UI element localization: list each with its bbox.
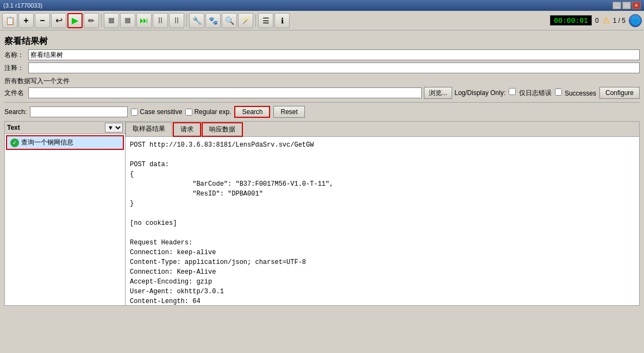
split-area: Text ▼ ✓ 查询一个钢网信息 取样器结果 请求 响应数据 POST htt… xyxy=(4,121,640,306)
successes-label: Successes xyxy=(555,89,596,97)
magic-button[interactable]: 🪄 xyxy=(238,13,253,28)
list-button[interactable]: ☰ xyxy=(258,13,273,28)
regular-exp-option: Regular exp. xyxy=(185,108,231,116)
successes-checkbox[interactable] xyxy=(555,89,562,96)
search-button[interactable]: Search xyxy=(234,106,270,118)
new-button[interactable]: 📋 xyxy=(2,13,17,28)
left-pane: Text ▼ ✓ 查询一个钢网信息 xyxy=(5,122,126,305)
content-area[interactable]: POST http://10.3.6.83:8181/LensPdaSrv.sv… xyxy=(126,137,639,305)
search-row: Search: Case sensitive Regular exp. Sear… xyxy=(4,102,640,118)
warning-icon: ⚠ xyxy=(602,15,610,26)
tree-item-text: 查询一个钢网信息 xyxy=(21,138,73,147)
comment-label: 注释： xyxy=(4,64,26,73)
comment-input[interactable] xyxy=(28,62,640,73)
globe-button[interactable]: 🌐 xyxy=(629,14,642,27)
separator-3 xyxy=(255,14,256,27)
title-controls: _ □ ✕ xyxy=(612,2,641,9)
panel-title: 察看结果树 xyxy=(4,33,640,49)
search-tool-button[interactable]: 🔍 xyxy=(222,13,237,28)
progress-display: 1 / 5 xyxy=(613,17,626,24)
case-sensitive-checkbox[interactable] xyxy=(131,109,138,116)
configure-button[interactable]: Configure xyxy=(599,87,640,99)
separator-2 xyxy=(186,14,187,27)
separator-1 xyxy=(101,14,102,27)
only-errors-checkbox[interactable] xyxy=(509,88,516,95)
log-options: Log/Display Only: 仅日志错误 Successes Config… xyxy=(454,87,640,99)
warning-count: 0 xyxy=(595,17,599,24)
file-label: 文件名 xyxy=(4,89,26,98)
nav-back-button[interactable]: ↩ xyxy=(51,13,66,28)
case-sensitive-option: Case sensitive xyxy=(131,108,182,116)
text-column-label: Text xyxy=(7,124,20,131)
name-input[interactable] xyxy=(28,49,640,60)
regular-exp-checkbox[interactable] xyxy=(185,109,192,116)
stop-gray-button[interactable]: ⏹ xyxy=(104,13,119,28)
title-text: (3.1 r1770033) xyxy=(3,2,42,9)
add-button[interactable]: + xyxy=(18,13,34,28)
timer-display: 00:00:01 xyxy=(550,15,592,26)
minimize-button[interactable]: _ xyxy=(612,2,621,9)
info-button[interactable]: ℹ xyxy=(274,13,290,28)
title-bar: (3.1 r1770033) _ □ ✕ xyxy=(0,0,644,11)
browse-button[interactable]: 浏览... xyxy=(424,87,452,99)
step-button[interactable]: ⏭ xyxy=(136,13,152,28)
tool2-button[interactable]: 🐾 xyxy=(205,13,221,28)
name-row: 名称： xyxy=(4,49,640,60)
tab-sampler-results[interactable]: 取样器结果 xyxy=(126,122,172,137)
restore-button[interactable]: □ xyxy=(622,2,631,9)
main-content: 察看结果树 名称： 注释： 所有数据写入一个文件 文件名 浏览... Log/D… xyxy=(0,30,644,308)
success-icon: ✓ xyxy=(10,138,19,147)
edit-button[interactable]: ✏ xyxy=(84,13,99,28)
only-errors-label: 仅日志错误 xyxy=(509,88,551,98)
tab-request[interactable]: 请求 xyxy=(173,122,201,137)
file-input[interactable] xyxy=(28,87,422,98)
pause2-button[interactable]: ⏸ xyxy=(169,13,184,28)
file-row: 文件名 浏览... Log/Display Only: 仅日志错误 Succes… xyxy=(4,87,640,99)
tool1-button[interactable]: 🔧 xyxy=(189,13,204,28)
tabs-row: 取样器结果 请求 响应数据 xyxy=(126,122,639,137)
play-button[interactable]: ▶ xyxy=(67,13,83,28)
pause-button[interactable]: ⏸ xyxy=(153,13,168,28)
text-column-dropdown[interactable]: ▼ xyxy=(105,123,123,133)
write-label: 所有数据写入一个文件 xyxy=(4,75,640,87)
search-input[interactable] xyxy=(30,106,128,117)
comment-row: 注释： xyxy=(4,62,640,73)
remove-button[interactable]: − xyxy=(35,13,50,28)
tree-item[interactable]: ✓ 查询一个钢网信息 xyxy=(6,135,124,150)
stop2-button[interactable]: ⏹ xyxy=(120,13,135,28)
left-pane-header: Text ▼ xyxy=(5,122,125,134)
reset-button[interactable]: Reset xyxy=(273,106,304,118)
timer-area: 00:00:01 0 ⚠ 1 / 5 🌐 xyxy=(550,14,642,27)
tab-response-data[interactable]: 响应数据 xyxy=(202,122,243,137)
close-button[interactable]: ✕ xyxy=(632,2,641,9)
search-label: Search: xyxy=(4,108,27,116)
toolbar: 📋 + − ↩ ▶ ✏ ⏹ ⏹ ⏭ ⏸ ⏸ 🔧 🐾 🔍 🪄 ☰ ℹ 00:00:… xyxy=(0,11,644,30)
log-display-label: Log/Display Only: xyxy=(454,89,505,97)
name-label: 名称： xyxy=(4,51,26,60)
right-pane: 取样器结果 请求 响应数据 POST http://10.3.6.83:8181… xyxy=(126,122,639,305)
